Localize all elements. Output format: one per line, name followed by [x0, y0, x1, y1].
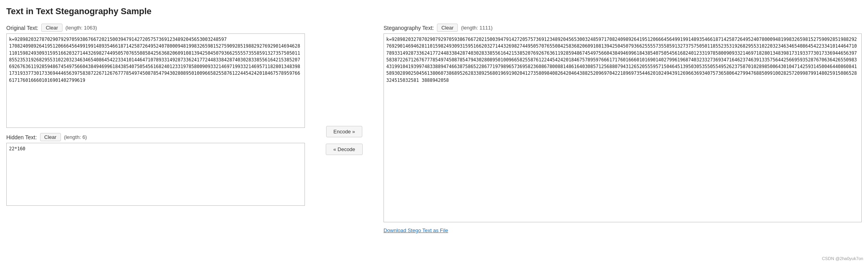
download-stego-link[interactable]: Download Stego Text as File: [384, 227, 448, 233]
decode-button[interactable]: « Decode: [326, 144, 363, 155]
hidden-text-section: Hidden Text: Clear (length: 6): [6, 133, 305, 207]
stego-text-label-row: Steganography Text: Clear (length: 1111): [384, 24, 862, 32]
original-text-input[interactable]: [6, 33, 305, 128]
original-text-length: (length: 1063): [66, 25, 97, 31]
stego-text-clear-button[interactable]: Clear: [437, 24, 458, 32]
right-panel: Steganography Text: Clear (length: 1111)…: [384, 24, 862, 233]
encode-button[interactable]: Encode »: [326, 126, 363, 137]
original-text-clear-button[interactable]: Clear: [41, 24, 62, 32]
page-title: Text in Text Steganography Sample: [6, 6, 862, 17]
hidden-text-label: Hidden Text:: [6, 134, 37, 140]
middle-panel: Encode » « Decode: [305, 24, 384, 233]
original-text-label: Original Text:: [6, 25, 38, 31]
original-text-label-row: Original Text: Clear (length: 1063): [6, 24, 305, 32]
hidden-text-input[interactable]: [6, 143, 305, 206]
hidden-text-length: (length: 6): [64, 134, 87, 140]
original-text-section: Original Text: Clear (length: 1063): [6, 24, 305, 129]
stego-text-section: Steganography Text: Clear (length: 1111): [384, 24, 862, 223]
stego-text-input[interactable]: [384, 33, 862, 222]
stego-text-label: Steganography Text:: [384, 25, 434, 31]
watermark: CSDN @2ha0yuk7on: [822, 256, 863, 261]
download-section: Download Stego Text as File: [384, 227, 862, 233]
hidden-text-label-row: Hidden Text: Clear (length: 6): [6, 133, 305, 141]
stego-text-length: (length: 1111): [461, 25, 492, 31]
hidden-text-clear-button[interactable]: Clear: [40, 133, 61, 141]
left-panel: Original Text: Clear (length: 1063) Hidd…: [6, 24, 305, 233]
